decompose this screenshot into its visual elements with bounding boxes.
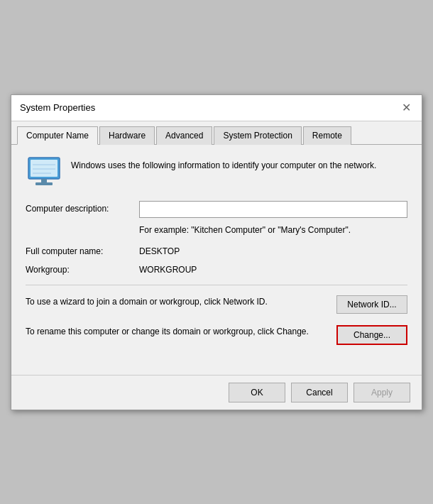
network-id-text: To use a wizard to join a domain or work… [26, 295, 328, 308]
tab-remote[interactable]: Remote [303, 126, 351, 145]
tab-hardware[interactable]: Hardware [99, 126, 155, 145]
system-properties-window: System Properties ✕ Computer Name Hardwa… [11, 94, 422, 410]
workgroup-label: Workgroup: [26, 262, 139, 275]
ok-button[interactable]: OK [229, 383, 285, 402]
tab-system-protection[interactable]: System Protection [214, 126, 301, 145]
close-button[interactable]: ✕ [399, 101, 413, 115]
tab-computer-name[interactable]: Computer Name [17, 126, 98, 145]
full-computer-name-label: Full computer name: [26, 243, 139, 256]
change-row: To rename this computer or change its do… [26, 325, 407, 345]
workgroup-row: Workgroup: WORKGROUP [26, 262, 407, 275]
svg-rect-2 [41, 179, 47, 182]
info-section: Windows uses the following information t… [26, 156, 407, 190]
change-text: To rename this computer or change its do… [26, 325, 328, 338]
tab-bar: Computer Name Hardware Advanced System P… [11, 121, 422, 145]
workgroup-value: WORKGROUP [139, 262, 197, 275]
tab-content: Windows uses the following information t… [11, 145, 422, 368]
computer-description-hint: For example: "Kitchen Computer" or "Mary… [139, 224, 407, 236]
network-id-row: To use a wizard to join a domain or work… [26, 295, 407, 314]
apply-button[interactable]: Apply [353, 383, 410, 402]
svg-rect-1 [31, 160, 57, 177]
change-button[interactable]: Change... [336, 325, 407, 345]
tab-advanced[interactable]: Advanced [156, 126, 212, 145]
computer-description-input[interactable] [139, 201, 407, 218]
computer-description-label: Computer description: [26, 201, 139, 214]
info-description: Windows uses the following information t… [71, 156, 376, 172]
svg-rect-3 [35, 182, 53, 185]
full-computer-name-row: Full computer name: DESKTOP [26, 243, 407, 256]
cancel-button[interactable]: Cancel [291, 383, 348, 402]
title-bar: System Properties ✕ [11, 95, 422, 121]
separator-1 [26, 285, 407, 285]
close-icon: ✕ [402, 101, 411, 114]
computer-description-row: Computer description: [26, 201, 407, 218]
full-computer-name-value: DESKTOP [139, 243, 180, 256]
bottom-bar: OK Cancel Apply [11, 375, 422, 410]
computer-icon [26, 156, 62, 190]
network-id-button[interactable]: Network ID... [336, 295, 407, 314]
window-title: System Properties [20, 102, 95, 113]
